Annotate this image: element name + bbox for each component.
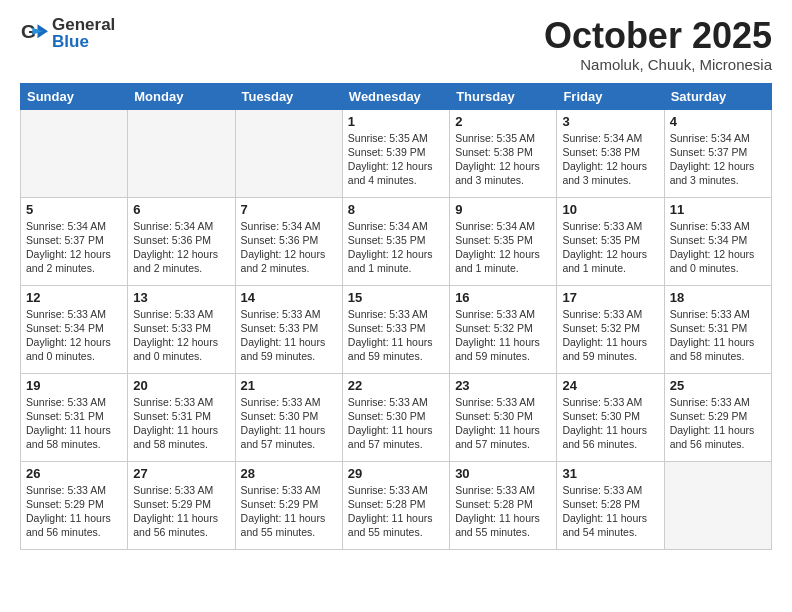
table-row — [664, 461, 771, 549]
day-info: Sunrise: 5:33 AMSunset: 5:33 PMDaylight:… — [133, 307, 229, 364]
table-row: 15Sunrise: 5:33 AMSunset: 5:33 PMDayligh… — [342, 285, 449, 373]
table-row: 2Sunrise: 5:35 AMSunset: 5:38 PMDaylight… — [450, 109, 557, 197]
day-info: Sunrise: 5:33 AMSunset: 5:29 PMDaylight:… — [133, 483, 229, 540]
location-subtitle: Namoluk, Chuuk, Micronesia — [544, 56, 772, 73]
day-number: 28 — [241, 466, 337, 481]
table-row: 26Sunrise: 5:33 AMSunset: 5:29 PMDayligh… — [21, 461, 128, 549]
day-number: 5 — [26, 202, 122, 217]
table-row: 28Sunrise: 5:33 AMSunset: 5:29 PMDayligh… — [235, 461, 342, 549]
day-number: 4 — [670, 114, 766, 129]
day-number: 1 — [348, 114, 444, 129]
table-row: 1Sunrise: 5:35 AMSunset: 5:39 PMDaylight… — [342, 109, 449, 197]
table-row: 7Sunrise: 5:34 AMSunset: 5:36 PMDaylight… — [235, 197, 342, 285]
day-info: Sunrise: 5:35 AMSunset: 5:39 PMDaylight:… — [348, 131, 444, 188]
table-row: 14Sunrise: 5:33 AMSunset: 5:33 PMDayligh… — [235, 285, 342, 373]
day-number: 24 — [562, 378, 658, 393]
day-info: Sunrise: 5:33 AMSunset: 5:28 PMDaylight:… — [455, 483, 551, 540]
calendar-week-row: 12Sunrise: 5:33 AMSunset: 5:34 PMDayligh… — [21, 285, 772, 373]
day-info: Sunrise: 5:33 AMSunset: 5:30 PMDaylight:… — [241, 395, 337, 452]
day-info: Sunrise: 5:33 AMSunset: 5:34 PMDaylight:… — [26, 307, 122, 364]
calendar-week-row: 26Sunrise: 5:33 AMSunset: 5:29 PMDayligh… — [21, 461, 772, 549]
day-number: 6 — [133, 202, 229, 217]
table-row — [235, 109, 342, 197]
day-number: 17 — [562, 290, 658, 305]
day-number: 19 — [26, 378, 122, 393]
table-row: 23Sunrise: 5:33 AMSunset: 5:30 PMDayligh… — [450, 373, 557, 461]
day-number: 9 — [455, 202, 551, 217]
day-info: Sunrise: 5:33 AMSunset: 5:30 PMDaylight:… — [455, 395, 551, 452]
day-info: Sunrise: 5:34 AMSunset: 5:35 PMDaylight:… — [348, 219, 444, 276]
table-row: 17Sunrise: 5:33 AMSunset: 5:32 PMDayligh… — [557, 285, 664, 373]
table-row: 30Sunrise: 5:33 AMSunset: 5:28 PMDayligh… — [450, 461, 557, 549]
day-number: 31 — [562, 466, 658, 481]
day-number: 2 — [455, 114, 551, 129]
month-title: October 2025 — [544, 16, 772, 56]
day-info: Sunrise: 5:34 AMSunset: 5:35 PMDaylight:… — [455, 219, 551, 276]
day-info: Sunrise: 5:33 AMSunset: 5:30 PMDaylight:… — [562, 395, 658, 452]
table-row: 31Sunrise: 5:33 AMSunset: 5:28 PMDayligh… — [557, 461, 664, 549]
table-row: 20Sunrise: 5:33 AMSunset: 5:31 PMDayligh… — [128, 373, 235, 461]
header: G General Blue October 2025 Namoluk, Chu… — [20, 16, 772, 73]
col-tuesday: Tuesday — [235, 83, 342, 109]
day-number: 27 — [133, 466, 229, 481]
logo-blue: Blue — [52, 32, 89, 51]
day-number: 10 — [562, 202, 658, 217]
day-number: 21 — [241, 378, 337, 393]
table-row: 13Sunrise: 5:33 AMSunset: 5:33 PMDayligh… — [128, 285, 235, 373]
day-info: Sunrise: 5:33 AMSunset: 5:35 PMDaylight:… — [562, 219, 658, 276]
day-info: Sunrise: 5:33 AMSunset: 5:31 PMDaylight:… — [26, 395, 122, 452]
day-info: Sunrise: 5:35 AMSunset: 5:38 PMDaylight:… — [455, 131, 551, 188]
day-info: Sunrise: 5:33 AMSunset: 5:28 PMDaylight:… — [348, 483, 444, 540]
table-row: 10Sunrise: 5:33 AMSunset: 5:35 PMDayligh… — [557, 197, 664, 285]
calendar-week-row: 5Sunrise: 5:34 AMSunset: 5:37 PMDaylight… — [21, 197, 772, 285]
day-number: 12 — [26, 290, 122, 305]
day-info: Sunrise: 5:33 AMSunset: 5:30 PMDaylight:… — [348, 395, 444, 452]
col-friday: Friday — [557, 83, 664, 109]
day-number: 11 — [670, 202, 766, 217]
logo: G General Blue — [20, 16, 115, 50]
day-info: Sunrise: 5:34 AMSunset: 5:38 PMDaylight:… — [562, 131, 658, 188]
table-row: 8Sunrise: 5:34 AMSunset: 5:35 PMDaylight… — [342, 197, 449, 285]
day-info: Sunrise: 5:33 AMSunset: 5:32 PMDaylight:… — [562, 307, 658, 364]
table-row: 6Sunrise: 5:34 AMSunset: 5:36 PMDaylight… — [128, 197, 235, 285]
logo-text: General Blue — [52, 16, 115, 50]
day-info: Sunrise: 5:33 AMSunset: 5:31 PMDaylight:… — [133, 395, 229, 452]
day-info: Sunrise: 5:34 AMSunset: 5:37 PMDaylight:… — [26, 219, 122, 276]
col-wednesday: Wednesday — [342, 83, 449, 109]
day-number: 25 — [670, 378, 766, 393]
table-row: 16Sunrise: 5:33 AMSunset: 5:32 PMDayligh… — [450, 285, 557, 373]
day-info: Sunrise: 5:34 AMSunset: 5:37 PMDaylight:… — [670, 131, 766, 188]
table-row: 9Sunrise: 5:34 AMSunset: 5:35 PMDaylight… — [450, 197, 557, 285]
day-info: Sunrise: 5:34 AMSunset: 5:36 PMDaylight:… — [133, 219, 229, 276]
day-info: Sunrise: 5:33 AMSunset: 5:28 PMDaylight:… — [562, 483, 658, 540]
day-number: 23 — [455, 378, 551, 393]
day-number: 18 — [670, 290, 766, 305]
day-info: Sunrise: 5:33 AMSunset: 5:29 PMDaylight:… — [241, 483, 337, 540]
calendar-week-row: 19Sunrise: 5:33 AMSunset: 5:31 PMDayligh… — [21, 373, 772, 461]
col-thursday: Thursday — [450, 83, 557, 109]
day-number: 7 — [241, 202, 337, 217]
table-row: 18Sunrise: 5:33 AMSunset: 5:31 PMDayligh… — [664, 285, 771, 373]
day-number: 14 — [241, 290, 337, 305]
day-info: Sunrise: 5:34 AMSunset: 5:36 PMDaylight:… — [241, 219, 337, 276]
table-row — [128, 109, 235, 197]
page-container: G General Blue October 2025 Namoluk, Chu… — [0, 0, 792, 560]
day-number: 22 — [348, 378, 444, 393]
table-row: 3Sunrise: 5:34 AMSunset: 5:38 PMDaylight… — [557, 109, 664, 197]
day-number: 8 — [348, 202, 444, 217]
day-info: Sunrise: 5:33 AMSunset: 5:29 PMDaylight:… — [670, 395, 766, 452]
day-number: 15 — [348, 290, 444, 305]
table-row: 5Sunrise: 5:34 AMSunset: 5:37 PMDaylight… — [21, 197, 128, 285]
title-block: October 2025 Namoluk, Chuuk, Micronesia — [544, 16, 772, 73]
day-info: Sunrise: 5:33 AMSunset: 5:29 PMDaylight:… — [26, 483, 122, 540]
table-row: 4Sunrise: 5:34 AMSunset: 5:37 PMDaylight… — [664, 109, 771, 197]
day-info: Sunrise: 5:33 AMSunset: 5:33 PMDaylight:… — [241, 307, 337, 364]
col-monday: Monday — [128, 83, 235, 109]
day-number: 20 — [133, 378, 229, 393]
logo-icon: G — [20, 19, 48, 47]
calendar-header-row: Sunday Monday Tuesday Wednesday Thursday… — [21, 83, 772, 109]
table-row: 25Sunrise: 5:33 AMSunset: 5:29 PMDayligh… — [664, 373, 771, 461]
table-row: 19Sunrise: 5:33 AMSunset: 5:31 PMDayligh… — [21, 373, 128, 461]
table-row: 22Sunrise: 5:33 AMSunset: 5:30 PMDayligh… — [342, 373, 449, 461]
col-sunday: Sunday — [21, 83, 128, 109]
